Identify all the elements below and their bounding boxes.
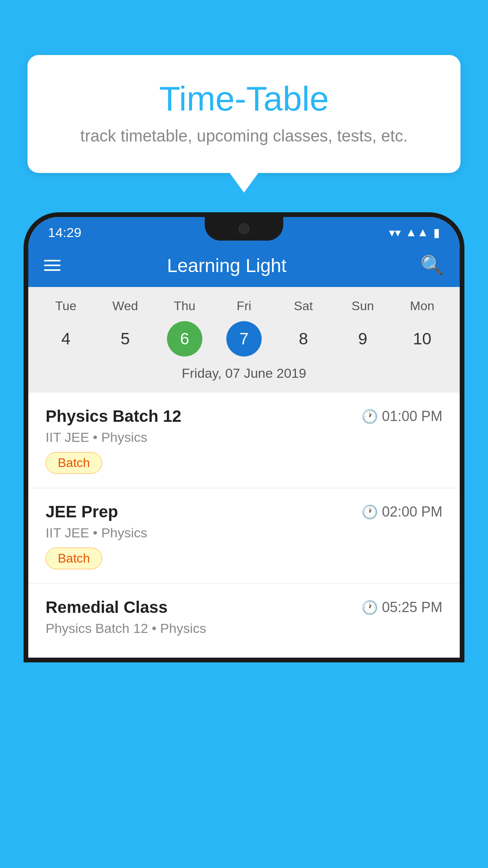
day-num-8[interactable]: 8 (286, 321, 321, 357)
phone-outer: 14:29 ▾▾ ▲▲ ▮ Learning Light 🔍 (24, 212, 464, 662)
calendar-section: Tue Wed Thu Fri Sat Sun Mon 4 5 6 7 8 9 … (28, 287, 460, 393)
batch-badge-1: Batch (46, 452, 102, 474)
status-time: 14:29 (48, 225, 81, 240)
schedule-item-subtitle-1: IIT JEE • Physics (46, 430, 442, 445)
phone-wrapper: 14:29 ▾▾ ▲▲ ▮ Learning Light 🔍 (24, 212, 464, 868)
day-numbers: 4 5 6 7 8 9 10 (28, 317, 460, 362)
schedule-list: Physics Batch 12 🕐 01:00 PM IIT JEE • Ph… (28, 393, 460, 658)
day-num-4[interactable]: 4 (48, 321, 84, 357)
day-num-7[interactable]: 7 (226, 321, 262, 357)
tooltip-title: Time-Table (59, 79, 429, 119)
day-label-sun: Sun (343, 299, 382, 313)
schedule-item-header-2: JEE Prep 🕐 02:00 PM (46, 502, 442, 521)
search-icon[interactable]: 🔍 (420, 254, 444, 276)
schedule-item-time-2: 🕐 02:00 PM (361, 504, 442, 520)
schedule-item-subtitle-3: Physics Batch 12 • Physics (46, 621, 442, 636)
app-bar: Learning Light 🔍 (28, 244, 460, 287)
phone-screen: 14:29 ▾▾ ▲▲ ▮ Learning Light 🔍 (28, 217, 460, 658)
day-num-6[interactable]: 6 (167, 321, 202, 357)
signal-icon: ▲▲ (405, 226, 429, 239)
day-label-tue: Tue (46, 299, 86, 313)
tooltip-subtitle: track timetable, upcoming classes, tests… (59, 127, 429, 145)
schedule-item-2[interactable]: JEE Prep 🕐 02:00 PM IIT JEE • Physics Ba… (28, 488, 460, 584)
day-label-wed: Wed (106, 299, 145, 313)
day-num-9[interactable]: 9 (345, 321, 380, 357)
schedule-item-subtitle-2: IIT JEE • Physics (46, 525, 442, 541)
schedule-item-1[interactable]: Physics Batch 12 🕐 01:00 PM IIT JEE • Ph… (28, 393, 460, 488)
day-label-fri: Fri (224, 299, 264, 313)
schedule-item-title-2: JEE Prep (46, 502, 118, 521)
schedule-item-time-1: 🕐 01:00 PM (361, 408, 442, 425)
batch-badge-2: Batch (46, 548, 102, 569)
phone-camera (238, 223, 250, 234)
day-num-10[interactable]: 10 (404, 321, 440, 357)
schedule-item-time-3: 🕐 05:25 PM (361, 599, 442, 616)
selected-date-label: Friday, 07 June 2019 (28, 362, 460, 389)
schedule-item-header-1: Physics Batch 12 🕐 01:00 PM (46, 407, 442, 426)
day-label-mon: Mon (402, 299, 442, 313)
wifi-icon: ▾▾ (389, 226, 401, 239)
clock-icon-2: 🕐 (361, 504, 378, 520)
schedule-item-header-3: Remedial Class 🕐 05:25 PM (46, 598, 442, 617)
day-label-sat: Sat (284, 299, 323, 313)
battery-icon: ▮ (433, 226, 440, 239)
app-title: Learning Light (45, 255, 409, 276)
clock-icon-3: 🕐 (361, 600, 378, 615)
day-num-5[interactable]: 5 (108, 321, 143, 357)
schedule-item-title-3: Remedial Class (46, 598, 168, 617)
schedule-item-3[interactable]: Remedial Class 🕐 05:25 PM Physics Batch … (28, 584, 460, 658)
tooltip-card: Time-Table track timetable, upcoming cla… (28, 55, 460, 173)
day-label-thu: Thu (165, 299, 204, 313)
phone-notch (205, 217, 283, 241)
schedule-item-title-1: Physics Batch 12 (46, 407, 182, 426)
clock-icon-1: 🕐 (361, 408, 378, 424)
status-icons: ▾▾ ▲▲ ▮ (389, 226, 440, 239)
day-labels: Tue Wed Thu Fri Sat Sun Mon (28, 295, 460, 317)
